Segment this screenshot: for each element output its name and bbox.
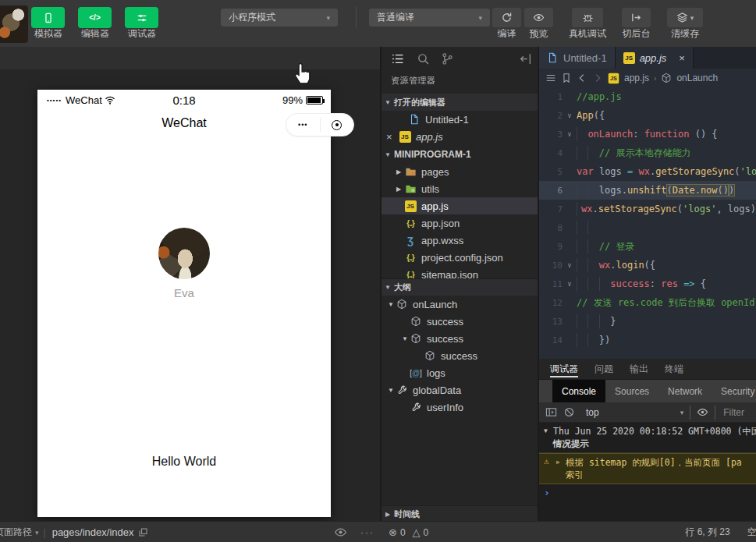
- debugger-tab-终端[interactable]: 终端: [665, 359, 683, 380]
- bookmark-icon[interactable]: [561, 73, 572, 83]
- code-line[interactable]: 14}): [539, 331, 756, 349]
- sliders-icon: [137, 12, 147, 23]
- explorer-view-icon[interactable]: [391, 52, 404, 66]
- code-line[interactable]: 4// 展示本地存储能力: [539, 143, 756, 162]
- collapse-icon[interactable]: ▼: [544, 425, 553, 450]
- outline-item-onLaunch[interactable]: ▼onLaunch: [382, 296, 538, 313]
- tree-item-utils[interactable]: ▶utils: [382, 180, 538, 197]
- outline-item-success[interactable]: ▼success: [382, 330, 538, 347]
- open-editor-item[interactable]: Untitled-1: [382, 111, 538, 128]
- collapse-sidebar-icon[interactable]: [519, 52, 532, 66]
- fold-icon[interactable]: ∨: [563, 130, 577, 138]
- open-editor-item[interactable]: ×JSapp.js: [382, 128, 538, 145]
- outline-item-globalData[interactable]: ▼globalData: [382, 381, 538, 399]
- preview-button[interactable]: [524, 8, 553, 27]
- search-icon[interactable]: [417, 52, 430, 66]
- more-options-button[interactable]: ···: [360, 522, 374, 542]
- exit-home-button[interactable]: [321, 120, 354, 130]
- more-menu-button[interactable]: •••: [286, 121, 320, 129]
- outline-item-success[interactable]: success: [382, 347, 538, 364]
- outline-item-success[interactable]: success: [382, 313, 538, 330]
- console-sidebar-icon[interactable]: [545, 406, 557, 418]
- code-line[interactable]: 12// 发送 res.code 到后台换取 openId, sessionKe…: [539, 293, 756, 312]
- breadcrumb-file[interactable]: app.js: [624, 73, 649, 83]
- code-line[interactable]: 6logs.unshift(Date.now()): [539, 181, 756, 200]
- code-line[interactable]: 13}: [539, 312, 756, 331]
- code-area[interactable]: 1//app.js2∨App({3∨onLaunch: function () …: [539, 87, 756, 359]
- editor-tab-Untitled-1[interactable]: Untitled-1: [539, 47, 616, 69]
- code-line[interactable]: 8: [539, 218, 756, 237]
- tree-item-project.config.json[interactable]: {..}project.config.json: [382, 249, 538, 266]
- eye-icon[interactable]: [697, 406, 708, 418]
- console-warning-row[interactable]: ⚠▶根据 sitemap 的规则[0]，当前页面 [pa索引: [539, 453, 756, 484]
- fold-icon[interactable]: ∨: [563, 261, 577, 269]
- code-line[interactable]: 2∨App({: [539, 106, 756, 125]
- simulator-toggle-button[interactable]: [31, 7, 65, 28]
- breadcrumb-symbol[interactable]: onLaunch: [676, 73, 718, 83]
- compile-button[interactable]: [492, 8, 521, 27]
- outline-item-userInfo[interactable]: userInfo: [382, 399, 538, 416]
- editor-toggle-button[interactable]: </>: [78, 7, 112, 28]
- nav-forward-icon[interactable]: [592, 73, 603, 83]
- user-avatar-image[interactable]: [158, 228, 210, 279]
- code-line[interactable]: 7wx.setStorageSync('logs', logs): [539, 200, 756, 218]
- debugger-toggle-button[interactable]: [125, 7, 158, 28]
- code-line[interactable]: 5var logs = wx.getStorageSync('logs') ||…: [539, 162, 756, 181]
- tree-item-pages[interactable]: ▶pages: [382, 163, 538, 180]
- indentation-setting[interactable]: 空格: 4: [747, 526, 756, 539]
- eye-icon[interactable]: [334, 526, 347, 539]
- mouse-hand-cursor: [292, 62, 314, 86]
- user-avatar[interactable]: [0, 5, 28, 43]
- tree-item-app.wxss[interactable]: Ʒapp.wxss: [382, 232, 538, 249]
- project-header[interactable]: ▼ MINIPROGRAM-1: [382, 146, 538, 163]
- context-selector[interactable]: top: [586, 407, 599, 418]
- code-line[interactable]: 3∨onLaunch: function () {: [539, 125, 756, 143]
- mode-dropdown[interactable]: 小程序模式 ▾: [221, 9, 338, 27]
- bug-icon: [582, 12, 594, 23]
- timeline-header[interactable]: ▶ 时间线: [382, 505, 538, 521]
- clear-console-icon[interactable]: [563, 406, 575, 418]
- close-icon[interactable]: ×: [386, 131, 397, 143]
- close-icon[interactable]: ×: [679, 52, 685, 64]
- clear-cache-button[interactable]: ▾: [667, 8, 703, 27]
- cursor-position[interactable]: 行 6, 列 23: [685, 526, 729, 539]
- outline-list-icon[interactable]: [545, 73, 556, 83]
- devtools-tab-Network[interactable]: Network: [658, 380, 712, 402]
- code-line[interactable]: 11∨success: res => {: [539, 275, 756, 293]
- tree-item-sitemap.json[interactable]: {..}sitemap.json: [382, 266, 538, 279]
- devtools-tab-Security[interactable]: Security: [712, 380, 756, 402]
- debugger-tab-输出[interactable]: 输出: [630, 359, 648, 380]
- debugger-tab-问题[interactable]: 问题: [595, 359, 613, 380]
- phone-screen[interactable]: 0:18 ••••• WeChat 99% WeChat ••• Eva Hel…: [37, 90, 331, 517]
- devtools-tab-Sources[interactable]: Sources: [605, 380, 658, 402]
- open-editors-header[interactable]: ▼ 打开的编辑器: [382, 94, 538, 111]
- outline-item-logs[interactable]: [@]logs: [382, 364, 538, 381]
- fold-icon[interactable]: ∨: [563, 280, 577, 288]
- editor-tab-app.js[interactable]: JSapp.js×: [616, 47, 694, 69]
- console-log-row[interactable]: ▼Thu Jun 25 2020 00:18:52 GMT+0800 (中国情况…: [539, 423, 756, 453]
- console-filter-input[interactable]: [723, 407, 750, 418]
- tree-item-app.json[interactable]: {..}app.json: [382, 214, 538, 232]
- compile-mode-dropdown[interactable]: 普通编译 ▾: [369, 9, 490, 27]
- chevron-down-icon: ▼: [388, 387, 396, 394]
- expand-icon[interactable]: ▶: [556, 456, 566, 481]
- nav-back-icon[interactable]: [577, 73, 587, 83]
- device-debug-button[interactable]: [572, 8, 603, 27]
- line-number: 14: [539, 335, 563, 345]
- page-path-selector[interactable]: 页面路径: [0, 526, 32, 539]
- fold-icon[interactable]: ∨: [563, 112, 577, 119]
- current-page-path: pages/index/index: [52, 526, 134, 538]
- devtools-tab-Console[interactable]: Console: [552, 380, 605, 402]
- problems-section[interactable]: ⊗0 △0: [382, 522, 538, 542]
- outline-header[interactable]: ▼ 大纲: [382, 278, 538, 296]
- console-prompt[interactable]: ›: [539, 484, 756, 501]
- line-number: 9: [539, 242, 563, 252]
- debugger-tab-调试器[interactable]: 调试器: [550, 359, 578, 380]
- copy-icon[interactable]: [138, 527, 148, 537]
- git-branch-icon[interactable]: [441, 52, 454, 66]
- code-line[interactable]: 1//app.js: [539, 87, 756, 106]
- code-line[interactable]: 9// 登录: [539, 237, 756, 256]
- to-background-button[interactable]: [622, 8, 651, 27]
- code-line[interactable]: 10∨wx.login({: [539, 256, 756, 275]
- tree-item-app.js[interactable]: JSapp.js: [382, 197, 538, 214]
